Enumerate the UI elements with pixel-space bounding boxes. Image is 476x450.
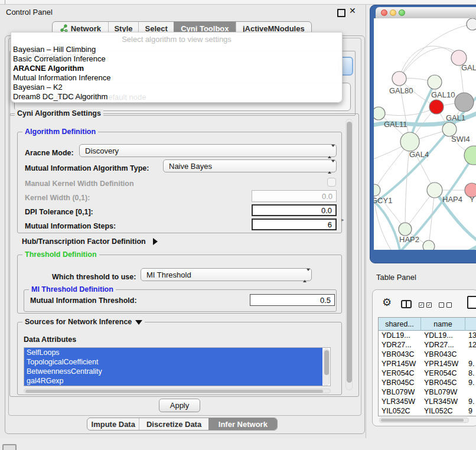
kernel-width-label: Kernel Width (0,1): (25, 194, 90, 202)
network-edge[interactable] (399, 48, 459, 79)
mi-algorithm-type-combo[interactable]: Naive Bayes (163, 159, 337, 172)
attribute-item[interactable]: TopologicalCoefficient (24, 357, 322, 367)
split-panel-icon[interactable] (401, 300, 412, 308)
table-row[interactable]: YDR27...YDR27...12 (379, 340, 476, 350)
select-all-checkbox-icon[interactable]: ✓ (426, 302, 432, 308)
network-node-gal10[interactable] (428, 75, 442, 89)
dpi-tolerance-field[interactable]: 0.0 (252, 204, 337, 216)
select-all-checkbox-icon[interactable]: ✓ (419, 302, 424, 308)
kernel-width-field[interactable]: 0.0 (252, 190, 337, 202)
new-table-icon[interactable] (467, 296, 476, 309)
network-node-gal1[interactable] (429, 100, 444, 114)
collapse-arrow-icon[interactable] (135, 320, 142, 325)
scrollbar-thumb[interactable] (347, 122, 352, 383)
tab-infer-network[interactable]: Infer Network (208, 418, 277, 430)
algorithm-option[interactable]: ARACNE Algorithm (13, 64, 84, 73)
scrollbar-thumb[interactable] (324, 350, 329, 375)
table-cell: YIL052C (379, 406, 421, 416)
algorithm-option[interactable]: Bayesian – K2 (13, 83, 63, 92)
network-node[interactable] (467, 18, 476, 30)
list-horizontal-scrollbar[interactable] (24, 389, 331, 393)
algorithm-option[interactable]: Bayesian – Hill Climbing (13, 45, 96, 54)
table-row[interactable]: YLR345WYLR345W9. (379, 397, 476, 406)
network-node[interactable] (464, 146, 476, 165)
node-label: GCY1 (374, 196, 392, 205)
algorithm-option[interactable]: Basic Correlation Inference (13, 54, 106, 63)
table-cell: YER054C (379, 369, 421, 378)
column-header[interactable] (465, 318, 476, 331)
table-row[interactable]: YIL052CYIL052C9 (379, 406, 476, 416)
network-window-titlebar[interactable] (376, 7, 476, 19)
close-traffic-light[interactable] (381, 9, 387, 16)
table-row[interactable]: YER054CYER054C8. (379, 369, 476, 378)
manual-kernel-checkbox[interactable] (327, 178, 336, 187)
table-horizontal-scrollbar[interactable] (379, 418, 469, 423)
network-edge-highlighted[interactable] (374, 198, 402, 250)
node-label: GAL4 (409, 150, 429, 159)
tab-discretize-data[interactable]: Discretize Data (139, 418, 208, 430)
deselect-all-checkbox-icon[interactable] (446, 302, 452, 308)
mi-type-label: Mutual Information Algorithm Type: (25, 164, 149, 172)
attribute-item[interactable]: BetweennessCentrality (24, 367, 322, 376)
which-threshold-combo[interactable]: MI Threshold (141, 268, 312, 281)
network-node-hap4[interactable] (427, 182, 442, 198)
hub-definition-toggle[interactable]: Hub/Transcription Factor Definition (22, 236, 158, 246)
group-title: Cyni Algorithm Settings (15, 109, 103, 118)
network-node-hap2[interactable] (399, 223, 412, 236)
algorithm-option[interactable]: Mutual Information Inference (13, 73, 110, 82)
data-attributes-list[interactable]: SelfLoopsTopologicalCoefficientBetweenne… (24, 347, 331, 386)
gear-icon[interactable]: ⚙ (382, 297, 392, 308)
minimize-traffic-light[interactable] (390, 9, 396, 16)
table-cell: 12 (465, 340, 476, 350)
column-header[interactable]: name (421, 318, 465, 331)
attribute-item[interactable]: gal4RGexp (24, 376, 322, 386)
app-top-strip (0, 0, 476, 5)
network-node-gal80[interactable] (392, 71, 406, 86)
table-row[interactable]: YBR043CYBR043C (379, 350, 476, 359)
settings-vertical-scrollbar[interactable] (345, 119, 353, 390)
apply-button[interactable]: Apply (159, 399, 200, 412)
dropdown-placeholder: Select algorithm to view settings (11, 35, 342, 44)
table-row[interactable]: YBL079WYBL079W (379, 387, 476, 397)
network-edge[interactable] (379, 107, 436, 116)
network-canvas[interactable]: GAL2GAL80GAL10GAL1GAL11SWI4GAL4HAP4YGCY1… (374, 18, 476, 250)
table-row[interactable]: YPR145WYPR145W9. (379, 359, 476, 369)
network-node-gal4[interactable] (400, 132, 419, 151)
deselect-all-checkbox-icon[interactable] (439, 302, 444, 308)
table-cell: YER054C (421, 369, 465, 378)
column-header[interactable]: shared... (379, 318, 421, 331)
table-cell: 13 (465, 331, 476, 340)
table-cell: YDR27... (421, 340, 465, 350)
splitter-handle-icon[interactable]: ▸ (341, 217, 344, 223)
aracne-mode-label: Aracne Mode: (25, 149, 74, 157)
table-row[interactable]: YDL19...YDL19...13 (379, 331, 476, 340)
float-window-icon[interactable] (337, 9, 345, 17)
cyni-algorithm-settings-group: Cyni Algorithm Settings Algorithm Defini… (9, 113, 359, 397)
network-edge-highlighted[interactable] (439, 237, 476, 250)
tab-impute-data[interactable]: Impute Data (87, 418, 139, 430)
mi-threshold-field[interactable]: 0.5 (250, 294, 335, 306)
mi-steps-field[interactable]: 6 (252, 219, 337, 230)
scrollbar-thumb[interactable] (381, 419, 464, 422)
aracne-mode-combo[interactable]: Discovery (79, 144, 337, 157)
docked-window-icon[interactable] (2, 444, 17, 450)
list-vertical-scrollbar[interactable] (323, 348, 330, 386)
table-cell: 9. (465, 397, 476, 406)
table-row[interactable]: YBR045CYBR045C9. (379, 378, 476, 387)
network-graph: GAL2GAL80GAL10GAL1GAL11SWI4GAL4HAP4YGCY1… (374, 18, 476, 250)
algorithm-option[interactable]: Dream8 DC_TDC Algorithm (13, 92, 107, 101)
scrollbar-thumb[interactable] (25, 390, 323, 393)
network-node-gal11[interactable] (374, 107, 385, 120)
network-node[interactable] (455, 93, 474, 112)
network-node[interactable] (423, 240, 435, 250)
zoom-traffic-light[interactable] (399, 9, 405, 16)
data-attributes-label: Data Attributes (24, 335, 76, 344)
spinner-arrows-icon (328, 147, 332, 155)
table-cell: YBL079W (379, 387, 421, 397)
attribute-item[interactable]: SelfLoops (24, 348, 322, 357)
network-node-gcy1[interactable] (374, 184, 380, 196)
network-view-window: GAL2GAL80GAL10GAL1GAL11SWI4GAL4HAP4YGCY1… (370, 5, 476, 263)
which-threshold-label: Which threshold to use: (52, 273, 136, 281)
table-cell: YPR145W (421, 359, 465, 369)
close-icon[interactable]: ✕ (349, 6, 356, 15)
